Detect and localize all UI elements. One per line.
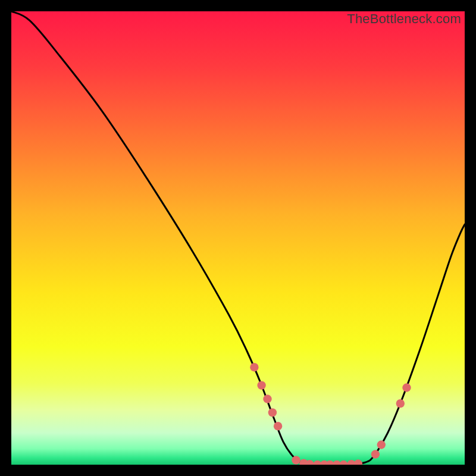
chart-frame: TheBottleneck.com [11, 11, 465, 465]
chart-background-gradient [11, 11, 465, 465]
watermark-label: TheBottleneck.com [347, 11, 461, 27]
svg-rect-0 [11, 11, 465, 465]
